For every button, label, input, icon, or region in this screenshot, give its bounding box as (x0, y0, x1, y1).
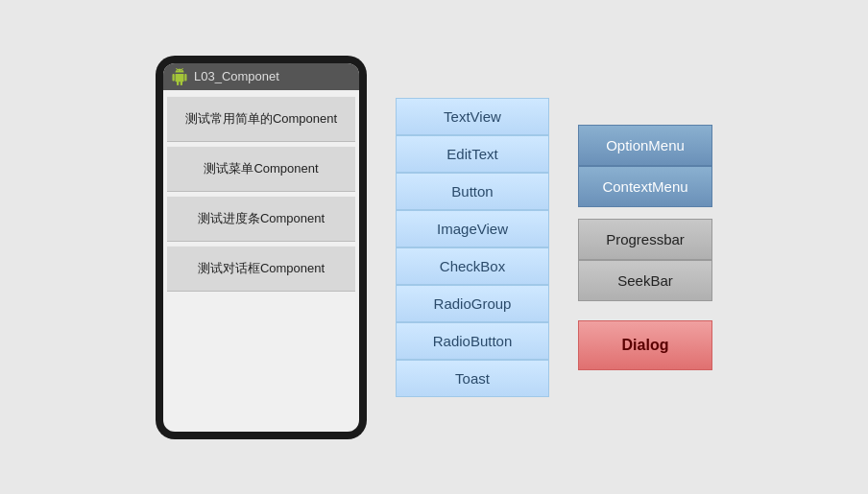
center-column: TextView EditText Button ImageView Check… (396, 98, 549, 397)
progressbar-button[interactable]: Progressbar (578, 219, 712, 260)
radiogroup-button[interactable]: RadioGroup (396, 285, 549, 322)
edittext-button[interactable]: EditText (396, 135, 549, 173)
context-menu-button[interactable]: ContextMenu (578, 166, 712, 207)
imageview-button[interactable]: ImageView (396, 210, 549, 247)
phone-screen: L03_Componet 测试常用简单的Component 测试菜单Compon… (163, 63, 359, 432)
menu-item-1[interactable]: 测试菜单Component (167, 146, 355, 192)
phone-titlebar: L03_Componet (163, 63, 359, 90)
menu-group: OptionMenu ContextMenu (578, 125, 712, 207)
option-menu-button[interactable]: OptionMenu (578, 125, 712, 166)
toast-button[interactable]: Toast (396, 360, 549, 397)
radiobutton-button[interactable]: RadioButton (396, 322, 549, 360)
progress-group: Progressbar SeekBar (578, 219, 712, 301)
menu-item-2[interactable]: 测试进度条Component (167, 196, 355, 242)
seekbar-button[interactable]: SeekBar (578, 260, 712, 301)
phone-title: L03_Componet (194, 69, 279, 83)
right-column: OptionMenu ContextMenu Progressbar SeekB… (578, 125, 712, 370)
phone-mockup: L03_Componet 测试常用简单的Component 测试菜单Compon… (156, 56, 367, 439)
menu-item-0[interactable]: 测试常用简单的Component (167, 96, 355, 142)
phone-menu-list: 测试常用简单的Component 测试菜单Component 测试进度条Comp… (163, 90, 359, 297)
menu-item-3[interactable]: 测试对话框Component (167, 246, 355, 292)
button-button[interactable]: Button (396, 173, 549, 210)
checkbox-button[interactable]: CheckBox (396, 247, 549, 285)
android-icon (171, 68, 188, 85)
dialog-button[interactable]: Dialog (578, 320, 712, 370)
textview-button[interactable]: TextView (396, 98, 549, 135)
